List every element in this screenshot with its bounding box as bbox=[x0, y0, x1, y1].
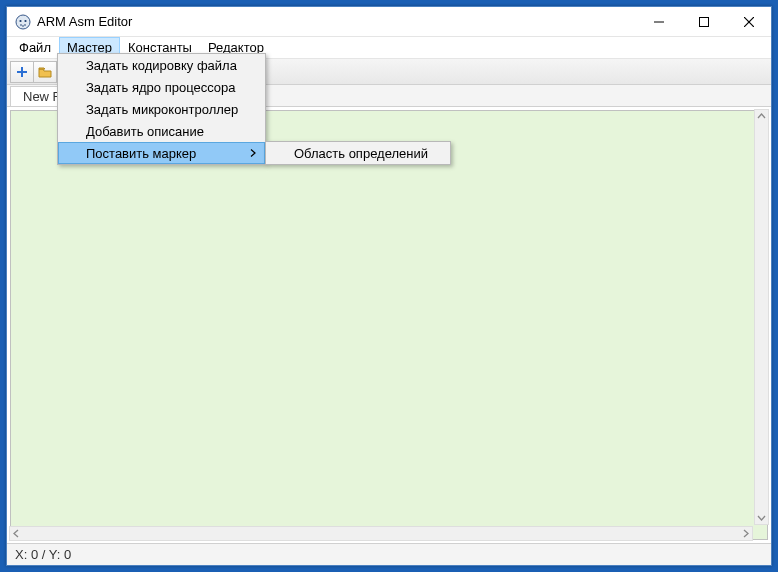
close-button[interactable] bbox=[726, 7, 771, 36]
window-controls bbox=[636, 7, 771, 36]
horizontal-scrollbar[interactable] bbox=[9, 526, 753, 541]
menu-set-file-encoding[interactable]: Задать кодировку файла bbox=[58, 54, 265, 76]
menu-place-marker[interactable]: Поставить маркер bbox=[58, 142, 265, 164]
menu-set-microcontroller[interactable]: Задать микроконтроллер bbox=[58, 98, 265, 120]
cursor-position: X: 0 / Y: 0 bbox=[15, 547, 71, 562]
master-dropdown: Задать кодировку файла Задать ядро проце… bbox=[57, 53, 266, 165]
svg-point-5 bbox=[22, 25, 24, 27]
menu-set-cpu-core[interactable]: Задать ядро процессора bbox=[58, 76, 265, 98]
chevron-right-icon bbox=[250, 149, 256, 158]
statusbar: X: 0 / Y: 0 bbox=[7, 543, 771, 565]
svg-point-2 bbox=[24, 19, 26, 21]
scroll-right-icon[interactable] bbox=[739, 527, 752, 540]
menu-file[interactable]: Файл bbox=[11, 37, 59, 58]
scroll-up-icon[interactable] bbox=[755, 110, 768, 123]
open-file-button[interactable] bbox=[33, 61, 57, 83]
text-editor[interactable] bbox=[10, 110, 768, 540]
scroll-left-icon[interactable] bbox=[10, 527, 23, 540]
new-file-button[interactable] bbox=[10, 61, 34, 83]
menu-add-description[interactable]: Добавить описание bbox=[58, 120, 265, 142]
folder-icon bbox=[38, 65, 52, 79]
menu-place-marker-label: Поставить маркер bbox=[86, 146, 196, 161]
svg-point-0 bbox=[16, 15, 30, 29]
titlebar[interactable]: ARM Asm Editor bbox=[7, 7, 771, 37]
window-title: ARM Asm Editor bbox=[37, 14, 636, 29]
maximize-button[interactable] bbox=[681, 7, 726, 36]
minimize-button[interactable] bbox=[636, 7, 681, 36]
app-icon bbox=[15, 14, 31, 30]
plus-icon bbox=[15, 65, 29, 79]
scroll-down-icon[interactable] bbox=[755, 511, 768, 524]
marker-submenu: Область определений bbox=[265, 141, 451, 165]
vertical-scrollbar[interactable] bbox=[754, 109, 769, 525]
editor-area bbox=[7, 107, 771, 543]
submenu-definitions-area[interactable]: Область определений bbox=[266, 142, 450, 164]
svg-point-1 bbox=[19, 19, 21, 21]
svg-point-4 bbox=[24, 24, 26, 26]
svg-point-3 bbox=[20, 24, 22, 26]
svg-rect-7 bbox=[699, 17, 708, 26]
